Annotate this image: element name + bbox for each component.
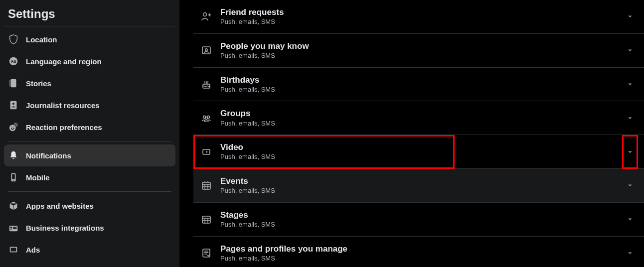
bell-icon [8,150,26,161]
notification-subtitle: Push, emails, SMS [220,51,625,60]
chevron-down-icon[interactable] [625,215,635,224]
notification-row-birthdays[interactable]: BirthdaysPush, emails, SMS [193,68,644,102]
notification-row-pages-and-profiles-you-manage[interactable]: Pages and profiles you managePush, email… [193,237,644,267]
sidebar-item-ad-payments[interactable]: Ad payments [4,261,175,267]
sidebar-item-language-and-region[interactable]: Language and region [4,50,175,72]
chevron-down-icon[interactable] [625,46,635,55]
notifications-panel: Friend requestsPush, emails, SMSPeople y… [179,0,644,267]
notification-row-video[interactable]: VideoPush, emails, SMS [193,135,644,169]
sidebar-title: Settings [4,4,175,26]
chevron-down-icon[interactable] [625,181,635,190]
sidebar-item-label: Mobile [26,173,50,182]
video-icon [200,146,220,158]
sidebar-item-stories[interactable]: Stories [4,72,175,94]
sidebar-item-label: Notifications [26,151,71,160]
notification-title: Stages [220,210,625,220]
notification-subtitle: Push, emails, SMS [220,17,625,26]
notification-title: Groups [220,108,625,119]
friend-requests-icon [200,10,220,22]
sidebar-item-label: Apps and websites [26,202,94,210]
notification-title: Events [220,176,625,186]
notification-subtitle: Push, emails, SMS [220,186,625,195]
notification-row-events[interactable]: EventsPush, emails, SMS [193,169,644,203]
sidebar-item-label: Reaction preferences [26,123,102,132]
events-icon [200,179,220,191]
notification-title: People you may know [220,41,625,51]
sidebar-item-reaction-preferences[interactable]: Reaction preferences [4,116,175,138]
notification-row-groups[interactable]: GroupsPush, emails, SMS [193,101,644,135]
chevron-down-icon[interactable] [625,80,635,89]
sidebar-item-label: Location [26,35,57,44]
notification-title: Video [220,142,625,152]
pages-icon [200,247,220,259]
notification-text: People you may knowPush, emails, SMS [220,41,625,60]
notification-subtitle: Push, emails, SMS [220,119,625,128]
mobile-icon [8,172,26,183]
notification-text: StagesPush, emails, SMS [220,210,625,229]
notification-text: BirthdaysPush, emails, SMS [220,75,625,94]
chevron-down-icon[interactable] [625,12,635,21]
apps-icon [8,200,26,211]
sidebar-item-apps-and-websites[interactable]: Apps and websites [4,195,175,217]
location-shield-icon [8,34,26,45]
reaction-icon [8,122,26,133]
chevron-down-icon[interactable] [625,147,635,156]
chevron-down-icon[interactable] [625,114,635,123]
sidebar-item-ads[interactable]: Ads [4,239,175,261]
notification-title: Friend requests [220,7,625,17]
sidebar-item-location[interactable]: Location [4,28,175,50]
stages-icon [200,213,220,225]
business-icon [8,222,26,233]
sidebar-item-label: Ads [26,246,40,254]
sidebar-item-label: Language and region [26,57,102,66]
notification-row-people-you-may-know[interactable]: People you may knowPush, emails, SMS [193,34,644,68]
notification-title: Pages and profiles you manage [220,244,625,254]
sidebar-item-label: Journalist resources [26,101,100,110]
stories-icon [8,78,26,89]
notification-text: Friend requestsPush, emails, SMS [220,7,625,26]
people-you-may-know-icon [200,44,220,56]
birthdays-icon [200,78,220,90]
sidebar-divider [8,141,171,141]
journalist-icon [8,100,26,111]
settings-sidebar: Settings LocationLanguage and regionStor… [0,0,179,267]
ads-icon [8,244,26,255]
notification-subtitle: Push, emails, SMS [220,152,625,161]
notification-subtitle: Push, emails, SMS [220,220,625,229]
notification-row-stages[interactable]: StagesPush, emails, SMS [193,203,644,237]
notification-subtitle: Push, emails, SMS [220,85,625,94]
language-icon [8,56,26,67]
notification-text: VideoPush, emails, SMS [220,142,625,161]
sidebar-divider [8,191,171,192]
sidebar-item-mobile[interactable]: Mobile [4,166,175,188]
chevron-down-icon[interactable] [625,249,635,258]
notification-subtitle: Push, emails, SMS [220,254,625,263]
notification-text: EventsPush, emails, SMS [220,176,625,195]
notification-text: GroupsPush, emails, SMS [220,108,625,128]
sidebar-item-label: Business integrations [26,224,104,232]
sidebar-item-label: Stories [26,79,51,88]
notification-text: Pages and profiles you managePush, email… [220,244,625,263]
sidebar-item-journalist-resources[interactable]: Journalist resources [4,94,175,116]
notification-row-friend-requests[interactable]: Friend requestsPush, emails, SMS [193,0,644,34]
sidebar-item-notifications[interactable]: Notifications [4,144,175,166]
groups-icon [200,112,220,124]
notification-title: Birthdays [220,75,625,85]
sidebar-item-business-integrations[interactable]: Business integrations [4,217,175,239]
